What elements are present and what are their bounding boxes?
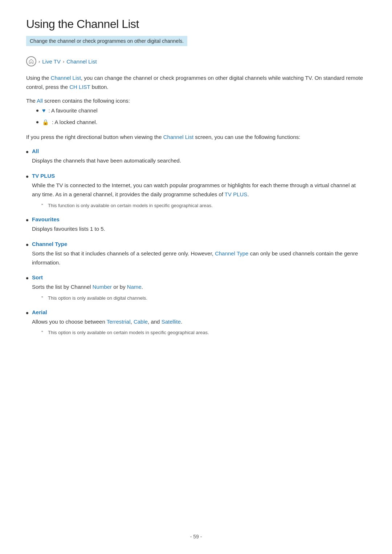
section-favourites: Favourites Displays favourites lists 1 t… bbox=[26, 216, 366, 234]
page-number: - 59 - bbox=[190, 534, 202, 539]
sort-name-link[interactable]: Name bbox=[127, 284, 142, 290]
icons-intro-1: The bbox=[26, 98, 37, 104]
highlight-bar: Change the channel or check programmes o… bbox=[26, 36, 187, 46]
section-body-all: Displays the channels that have been aut… bbox=[32, 156, 366, 165]
aerial-satellite-link[interactable]: Satellite bbox=[162, 319, 181, 325]
section-body-sort: Sorts the list by Channel Number or by N… bbox=[32, 283, 366, 292]
bullet-dot-1 bbox=[36, 110, 38, 112]
breadcrumb: › Live TV › Channel List bbox=[26, 56, 366, 66]
functions-intro-paragraph: If you press the right directional butto… bbox=[26, 133, 366, 142]
section-body-aerial: Allows you to choose between Terrestrial… bbox=[32, 317, 366, 327]
ch-list-link[interactable]: CH LIST bbox=[69, 84, 90, 90]
section-title-aerial: Aerial bbox=[32, 309, 47, 315]
sections-list: All Displays the channels that have been… bbox=[26, 148, 366, 336]
intro-text-1: Using the bbox=[26, 75, 51, 81]
aerial-sep1: , bbox=[131, 319, 134, 325]
tvplus-body-text: While the TV is connected to the Interne… bbox=[32, 182, 356, 197]
chevron-right-icon-2: › bbox=[63, 59, 64, 64]
all-link-intro[interactable]: All bbox=[37, 98, 43, 104]
tvplus-body-end: . bbox=[247, 191, 249, 197]
icon-list-item-heart: ♥ : A favourite channel bbox=[36, 107, 366, 114]
breadcrumb-live-tv[interactable]: Live TV bbox=[42, 58, 61, 65]
breadcrumb-channel-list[interactable]: Channel List bbox=[66, 58, 97, 65]
tvplus-link[interactable]: TV PLUS bbox=[225, 191, 248, 197]
aerial-end-text: . bbox=[181, 319, 182, 325]
lock-icon: 🔒 bbox=[42, 119, 49, 126]
channel-type-body-text: Sorts the list so that it includes chann… bbox=[32, 250, 215, 257]
intro-paragraph: Using the Channel List, you can change t… bbox=[26, 74, 366, 92]
bullet-aerial bbox=[26, 312, 28, 314]
aerial-sep2: , and bbox=[148, 319, 162, 325]
tvplus-note: This function is only available on certa… bbox=[48, 202, 366, 209]
lock-label: : A locked channel. bbox=[52, 119, 97, 125]
heart-icon: ♥ bbox=[42, 107, 46, 114]
icon-list-item-lock: 🔒 : A locked channel. bbox=[36, 119, 366, 126]
aerial-body-text: Allows you to choose between bbox=[32, 319, 107, 325]
intro-text-3: button. bbox=[90, 84, 108, 90]
bullet-tvplus bbox=[26, 176, 28, 178]
section-body-favourites: Displays favourites lists 1 to 5. bbox=[32, 225, 366, 234]
aerial-note: This option is only available on certain… bbox=[48, 329, 366, 336]
sort-note: This option is only available on digital… bbox=[48, 295, 366, 302]
aerial-cable-link[interactable]: Cable bbox=[134, 319, 148, 325]
channel-list-link-2[interactable]: Channel List bbox=[163, 134, 193, 140]
icons-intro-text: The All screen contains the following ic… bbox=[26, 98, 366, 104]
bullet-dot-2 bbox=[36, 121, 38, 123]
section-title-all: All bbox=[32, 148, 39, 154]
bullet-sort bbox=[26, 277, 28, 279]
sort-body-text: Sorts the list by Channel bbox=[32, 284, 93, 290]
bullet-all bbox=[26, 151, 28, 153]
page-title: Using the Channel List bbox=[26, 17, 366, 31]
sort-end-text: . bbox=[142, 284, 143, 290]
section-aerial: Aerial Allows you to choose between Terr… bbox=[26, 309, 366, 336]
channel-list-link-1[interactable]: Channel List bbox=[51, 75, 81, 81]
section-sort: Sort Sorts the list by Channel Number or… bbox=[26, 274, 366, 301]
page-footer: - 59 - bbox=[0, 534, 392, 539]
icon-list: ♥ : A favourite channel 🔒 : A locked cha… bbox=[36, 107, 366, 126]
section-title-tvplus: TV PLUS bbox=[32, 173, 55, 179]
section-tvplus: TV PLUS While the TV is connected to the… bbox=[26, 173, 366, 209]
home-icon bbox=[26, 56, 36, 66]
chevron-right-icon: › bbox=[38, 59, 40, 64]
section-all: All Displays the channels that have been… bbox=[26, 148, 366, 165]
section-title-favourites: Favourites bbox=[32, 216, 60, 222]
icons-intro-2: screen contains the following icons: bbox=[43, 98, 130, 104]
functions-intro-1: If you press the right directional butto… bbox=[26, 134, 163, 140]
functions-intro-2: screen, you can use the following functi… bbox=[193, 134, 300, 140]
heart-label: : A favourite channel bbox=[49, 107, 98, 114]
section-title-channel-type: Channel Type bbox=[32, 241, 67, 247]
bullet-channel-type bbox=[26, 244, 28, 246]
section-title-sort: Sort bbox=[32, 274, 43, 280]
channel-type-link[interactable]: Channel Type bbox=[215, 250, 248, 257]
section-body-channel-type: Sorts the list so that it includes chann… bbox=[32, 249, 366, 267]
aerial-terrestrial-link[interactable]: Terrestrial bbox=[107, 319, 131, 325]
section-channel-type: Channel Type Sorts the list so that it i… bbox=[26, 241, 366, 267]
bullet-favourites bbox=[26, 219, 28, 221]
sort-number-link[interactable]: Number bbox=[93, 284, 112, 290]
section-body-tvplus: While the TV is connected to the Interne… bbox=[32, 181, 366, 199]
sort-mid-text: or by bbox=[112, 284, 127, 290]
